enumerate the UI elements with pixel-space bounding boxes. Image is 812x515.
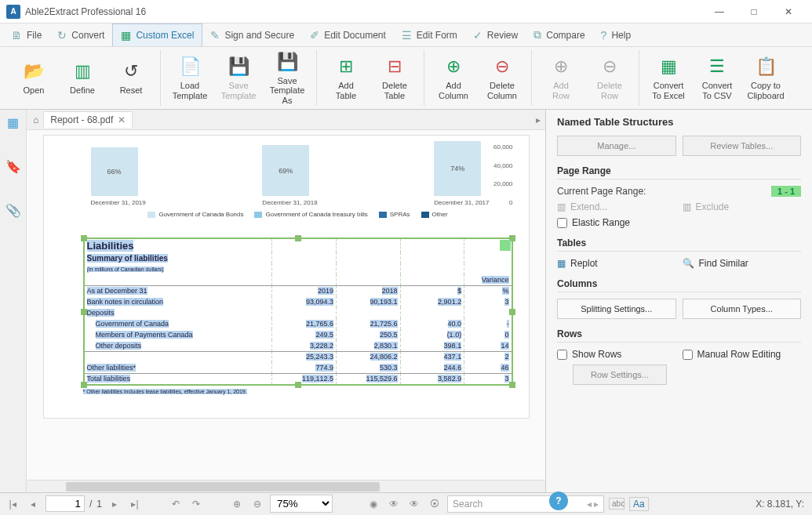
canvas[interactable]: 60,000 40,000 20,000 0 66%December 31, 2… <box>27 130 545 480</box>
add-column-button[interactable]: ⊕Add Column <box>432 56 475 100</box>
thumbnails-icon[interactable]: ▦ <box>4 113 23 132</box>
convert-excel-button[interactable]: ▦Convert To Excel <box>647 56 690 100</box>
document-tab[interactable]: Report - 68.pdf ✕ <box>43 111 133 128</box>
aa-button[interactable]: Aa <box>629 497 649 511</box>
abc-button[interactable]: abc <box>609 498 624 510</box>
resize-handle[interactable] <box>81 382 87 388</box>
review-icon: ✓ <box>473 29 482 42</box>
page-input[interactable] <box>46 495 85 512</box>
add-table-button[interactable]: ⊞Add Table <box>325 56 367 100</box>
define-button[interactable]: ▥Define <box>61 60 104 95</box>
file-icon: 🗎 <box>11 29 22 42</box>
prev-page-button[interactable]: ◂ <box>25 499 41 510</box>
convert-icon: ↻ <box>57 29 67 42</box>
menu-sign[interactable]: ✎Sign and Secure <box>202 24 302 46</box>
show-rows-checkbox[interactable]: Show Rows <box>557 349 676 360</box>
menu-compare[interactable]: ⧉Compare <box>526 24 592 46</box>
save-as-icon: 💾 <box>277 51 298 73</box>
menu-edit-form[interactable]: ☰Edit Form <box>394 24 465 46</box>
open-button[interactable]: 📂Open <box>13 60 55 95</box>
manual-row-checkbox[interactable]: Manual Row Editing <box>683 349 802 360</box>
replot-button[interactable]: ▦Replot <box>557 258 676 269</box>
bar: 74%December 31, 2017 <box>434 141 489 206</box>
maximize-button[interactable]: □ <box>737 0 771 24</box>
view-icon-4[interactable]: ⦿ <box>427 499 442 510</box>
delete-table-icon: ⊟ <box>388 56 402 78</box>
delete-row-button: ⊖Delete Row <box>588 56 631 100</box>
resize-handle[interactable] <box>81 309 87 315</box>
resize-handle[interactable] <box>509 382 515 388</box>
first-page-button[interactable]: |◂ <box>5 499 20 510</box>
home-icon[interactable]: ⌂ <box>33 114 38 125</box>
menu-review[interactable]: ✓Review <box>465 24 526 46</box>
splitting-settings-button[interactable]: Splitting Settings... <box>557 299 676 319</box>
exclude-icon: ▥ <box>683 201 691 212</box>
main-area: ▦ 🔖 📎 ⌂ Report - 68.pdf ✕ ▸ 60,000 40,00… <box>0 110 812 492</box>
row-settings-button[interactable]: Row Settings... <box>573 364 667 385</box>
zoom-out-button[interactable]: ⊖ <box>249 499 265 510</box>
titlebar: A Able2Extract Professional 16 — □ ✕ <box>0 0 812 24</box>
selected-table[interactable]: Liabilities Summary of liabilities (In m… <box>83 238 513 386</box>
find-similar-button[interactable]: 🔍Find Similar <box>683 258 802 269</box>
delete-row-icon: ⊖ <box>603 56 617 78</box>
delete-table-button[interactable]: ⊟Delete Table <box>373 56 416 100</box>
menu-custom-excel[interactable]: ▦Custom Excel <box>112 24 202 46</box>
app-logo: A <box>6 5 20 19</box>
replot-icon: ▦ <box>557 258 566 269</box>
zoom-select[interactable]: 75% <box>270 495 333 513</box>
convert-csv-button[interactable]: ☰Convert To CSV <box>696 56 738 100</box>
document-area: ⌂ Report - 68.pdf ✕ ▸ 60,000 40,000 20,0… <box>27 110 545 492</box>
coordinates: X: 8.181, Y: <box>756 499 804 510</box>
menu-edit-document[interactable]: ✐Edit Document <box>302 24 394 46</box>
tab-overflow-icon[interactable]: ▸ <box>536 114 541 125</box>
search-input[interactable]: Search◂ ▸ <box>447 495 604 513</box>
scroll-thumb[interactable] <box>66 482 380 491</box>
bookmarks-icon[interactable]: 🔖 <box>4 157 23 176</box>
attachments-icon[interactable]: 📎 <box>4 201 23 219</box>
next-page-button[interactable]: ▸ <box>107 499 122 510</box>
review-tables-button[interactable]: Review Tables... <box>683 136 802 156</box>
resize-handle[interactable] <box>295 235 301 241</box>
tab-close-icon[interactable]: ✕ <box>118 114 126 125</box>
minimize-button[interactable]: — <box>702 0 737 24</box>
resize-handle[interactable] <box>81 235 87 241</box>
add-table-icon: ⊞ <box>339 56 353 78</box>
exclude-button[interactable]: ▥Exclude <box>683 201 802 212</box>
save-template-as-button[interactable]: 💾Save Template As <box>266 51 308 104</box>
column-types-button[interactable]: Column Types... <box>683 299 802 319</box>
zoom-in-button[interactable]: ⊕ <box>229 499 245 510</box>
range-label: Current Page Range: <box>557 186 646 197</box>
menu-file[interactable]: 🗎File <box>3 24 49 46</box>
right-panel: Named Table Structures Manage... Review … <box>545 110 812 492</box>
menu-bar: 🗎File ↻Convert ▦Custom Excel ✎Sign and S… <box>0 24 812 47</box>
resize-handle[interactable] <box>295 382 301 388</box>
rotate-right-button[interactable]: ↷ <box>188 499 204 510</box>
manage-button[interactable]: Manage... <box>557 136 676 156</box>
search-icon: 🔍 <box>683 258 694 269</box>
elastic-range-checkbox[interactable]: Elastic Range <box>557 217 801 228</box>
menu-convert[interactable]: ↻Convert <box>49 24 112 46</box>
pdf-page: 60,000 40,000 20,000 0 66%December 31, 2… <box>43 135 530 419</box>
table-row: Other deposits3,228.22,830.1398.114 <box>85 340 512 351</box>
rows-header: Rows <box>557 328 801 343</box>
load-template-button[interactable]: 📄Load Template <box>169 56 211 100</box>
close-button[interactable]: ✕ <box>771 0 806 24</box>
rotate-left-button[interactable]: ↶ <box>168 499 184 510</box>
copy-clipboard-button[interactable]: 📋Copy to Clipboard <box>745 56 787 100</box>
last-page-button[interactable]: ▸| <box>127 499 143 510</box>
resize-handle[interactable] <box>509 309 515 315</box>
reset-button[interactable]: ↺Reset <box>110 60 152 95</box>
form-icon: ☰ <box>402 29 412 42</box>
chart: 60,000 40,000 20,000 0 66%December 31, 2… <box>83 143 513 230</box>
view-icon-1[interactable]: ◉ <box>366 499 381 510</box>
menu-help[interactable]: ?Help <box>593 24 639 46</box>
status-bar: |◂ ◂ / 1 ▸ ▸| ↶ ↷ ⊕ ⊖ 75% ◉ 👁 👁 ⦿ Search… <box>0 492 812 514</box>
table-row: Bank notes in circulation93,094.390,193.… <box>85 296 512 307</box>
table-h2: Summary of liabilities <box>87 254 168 263</box>
horizontal-scrollbar[interactable] <box>27 480 545 492</box>
extend-button[interactable]: ▥Extend... <box>557 201 676 212</box>
help-bubble[interactable]: ? <box>549 491 568 510</box>
delete-column-button[interactable]: ⊖Delete Column <box>481 56 523 100</box>
view-icon-3[interactable]: 👁 <box>406 499 422 510</box>
view-icon-2[interactable]: 👁 <box>386 499 402 510</box>
